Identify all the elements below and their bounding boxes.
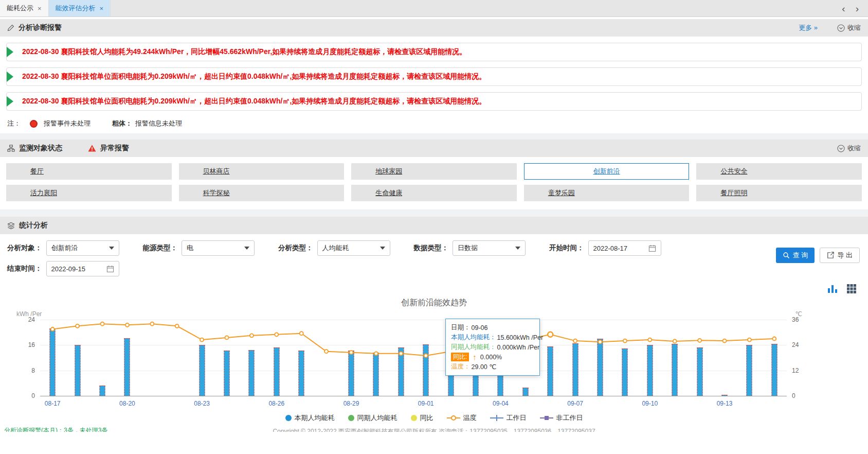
y-axis-tick-right: 24 [792, 341, 799, 348]
temperature-point-08-20[interactable] [125, 323, 129, 327]
copyright-text: Copyright © 2012-2022 西安西创智能科技有限公司版权所有 咨… [0, 427, 868, 432]
legend-工作日[interactable]: 工作日 [490, 413, 527, 423]
monitor-object-公共安全[interactable]: 公共安全 [696, 163, 862, 180]
temperature-point-08-31[interactable] [399, 352, 403, 355]
tab-scroll-right-icon[interactable]: › [856, 4, 859, 13]
bar-chart-view-icon[interactable] [827, 284, 838, 294]
monitor-object-创新前沿[interactable]: 创新前沿 [524, 163, 690, 180]
legend-同期人均能耗[interactable]: 同期人均能耗 [348, 413, 397, 423]
alert-text: 2022-08-30 襄阳科技馆人均能耗为49.244kWh/Per，同比增幅4… [22, 47, 466, 57]
temperature-point-08-25[interactable] [250, 334, 254, 337]
temperature-point-09-01[interactable] [424, 354, 428, 357]
temperature-point-08-26[interactable] [275, 333, 278, 336]
x-axis-tick: 08-26 [268, 400, 284, 407]
alert-row: 2022-08-30 襄阳科技馆人均能耗为49.244kWh/Per，同比增幅4… [6, 43, 862, 61]
x-axis-tick: 09-07 [567, 400, 583, 407]
monitor-object-生命健康[interactable]: 生命健康 [351, 185, 517, 201]
filter-actions: 查 询 导 出 [776, 248, 860, 263]
monitor-object-贝林商店[interactable]: 贝林商店 [179, 163, 345, 180]
temperature-point-09-11[interactable] [673, 339, 677, 343]
export-icon [827, 252, 834, 259]
monitor-section-title: 监测对象状态 [19, 144, 62, 153]
more-link[interactable]: 更多 » [799, 23, 818, 32]
temperature-point-08-28[interactable] [324, 350, 328, 353]
monitor-object-餐厅[interactable]: 餐厅 [6, 163, 172, 180]
temperature-point-08-29[interactable] [350, 351, 353, 354]
legend-label: 同期人均能耗 [357, 413, 397, 423]
monitor-object-餐厅照明[interactable]: 餐厅照明 [696, 185, 862, 201]
temperature-point-09-13[interactable] [723, 339, 727, 343]
tab-label: 能耗公示 [7, 4, 33, 13]
end-date-input[interactable]: 2022-09-15 [46, 261, 119, 276]
legend-非工作日[interactable]: 非工作日 [540, 413, 583, 423]
y-axis-tick-right: 12 [792, 367, 799, 374]
temperature-point-08-22[interactable] [175, 324, 179, 328]
legend-同比[interactable]: 同比 [411, 413, 433, 423]
monitor-object-地球家园[interactable]: 地球家园 [351, 163, 517, 180]
alert-list: 2022-08-30 襄阳科技馆人均能耗为49.244kWh/Per，同比增幅4… [0, 37, 868, 111]
temperature-point-08-24[interactable] [225, 336, 229, 339]
filter-end-date: 结束时间：2022-09-15 [7, 261, 119, 276]
temperature-point-08-17[interactable] [51, 327, 55, 331]
temperature-point-09-10[interactable] [648, 338, 652, 342]
monitor-object-活力襄阳[interactable]: 活力襄阳 [6, 185, 172, 201]
temperature-point-09-06[interactable] [548, 332, 553, 337]
data-type-select[interactable]: 日数据 [453, 240, 526, 256]
collapse-icon [837, 24, 845, 32]
chevron-down-icon [109, 247, 114, 250]
energy-type-select[interactable]: 电 [182, 240, 255, 256]
query-button[interactable]: 查 询 [776, 248, 815, 263]
tab-能耗公示[interactable]: 能耗公示× [0, 0, 49, 16]
analysis-type-select[interactable]: 人均能耗 [317, 240, 390, 256]
temperature-point-08-27[interactable] [300, 331, 303, 335]
temperature-point-08-23[interactable] [200, 338, 204, 342]
y-axis-tick-right: 0 [792, 392, 795, 399]
legend-温度[interactable]: 温度 [447, 413, 477, 423]
analysis-object-select[interactable]: 创新前沿 [46, 240, 119, 256]
filter-label: 结束时间： [7, 264, 42, 273]
export-button[interactable]: 导 出 [820, 248, 860, 263]
tab-能效评估分析[interactable]: 能效评估分析× [49, 0, 111, 16]
monitor-object-童梦乐园[interactable]: 童梦乐园 [524, 185, 690, 201]
temperature-point-08-19[interactable] [101, 322, 104, 326]
legend-本期人均能耗[interactable]: 本期人均能耗 [285, 413, 335, 423]
y-axis-tick-left: 24 [6, 316, 35, 323]
start-date-input[interactable]: 2022-08-17 [588, 240, 661, 256]
monitor-object-科学探秘[interactable]: 科学探秘 [179, 185, 345, 201]
temperature-point-09-07[interactable] [573, 339, 577, 343]
legend-line-square-icon [540, 415, 553, 421]
table-view-icon[interactable] [846, 284, 857, 294]
filter-analysis-object: 分析对象：创新前沿 [7, 240, 119, 256]
monitor-collapse-button[interactable]: 收缩 [837, 144, 861, 153]
temperature-point-09-08[interactable] [599, 340, 602, 344]
x-axis-tick: 09-13 [717, 400, 733, 407]
chevron-down-icon [244, 247, 249, 250]
temperature-point-08-18[interactable] [76, 324, 79, 328]
tab-close-icon[interactable]: × [100, 5, 104, 12]
temperature-point-09-09[interactable] [623, 339, 627, 343]
calendar-icon [648, 245, 656, 252]
temperature-point-08-21[interactable] [150, 322, 154, 326]
legend-label: 同比 [420, 413, 433, 423]
tab-scroll-left-icon[interactable]: ‹ [842, 4, 845, 13]
filter-start-date: 开始时间：2022-08-17 [549, 240, 661, 256]
temperature-point-09-12[interactable] [698, 339, 701, 342]
sitemap-icon [7, 145, 15, 152]
legend-line-plus-icon [490, 415, 503, 421]
temperature-point-09-14[interactable] [748, 338, 751, 342]
legend-dot-icon [411, 415, 417, 421]
note-prefix: 注： [7, 119, 21, 128]
temperature-point-09-15[interactable] [772, 337, 776, 341]
filter-label: 能源类型： [143, 243, 178, 253]
x-axis-tick: 08-17 [45, 400, 61, 407]
alarm-collapse-button[interactable]: 收缩 [837, 23, 861, 32]
tab-close-icon[interactable]: × [38, 5, 42, 12]
chart-legend: 本期人均能耗同期人均能耗同比温度工作日非工作日 [0, 411, 868, 425]
monitor-section-header: 监测对象状态 异常报警 收缩 [0, 139, 868, 157]
tooltip-previous-label: 同期人均能耗： [451, 343, 496, 352]
legend-line-circle-icon [447, 415, 460, 421]
chevron-down-icon [380, 247, 385, 250]
temperature-point-08-30[interactable] [374, 352, 378, 355]
filter-label: 分析类型： [278, 243, 313, 253]
calendar-icon [106, 265, 114, 273]
